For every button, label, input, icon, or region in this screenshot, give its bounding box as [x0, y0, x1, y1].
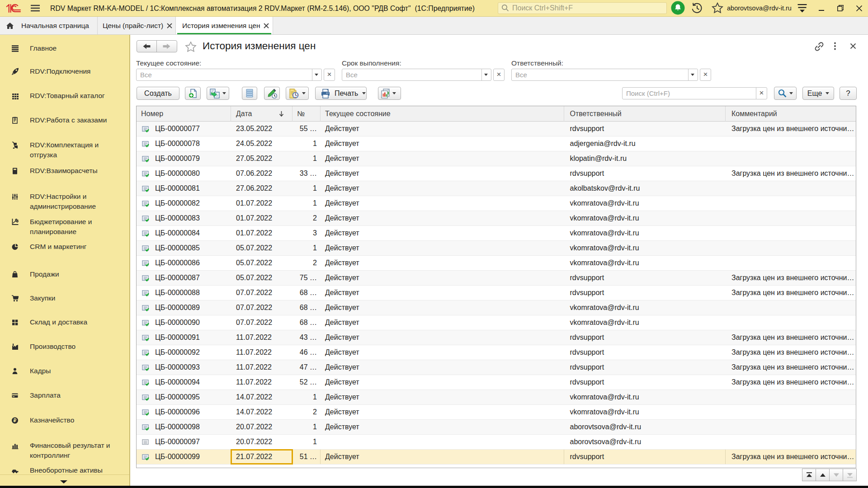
- svg-text:₽: ₽: [14, 418, 17, 423]
